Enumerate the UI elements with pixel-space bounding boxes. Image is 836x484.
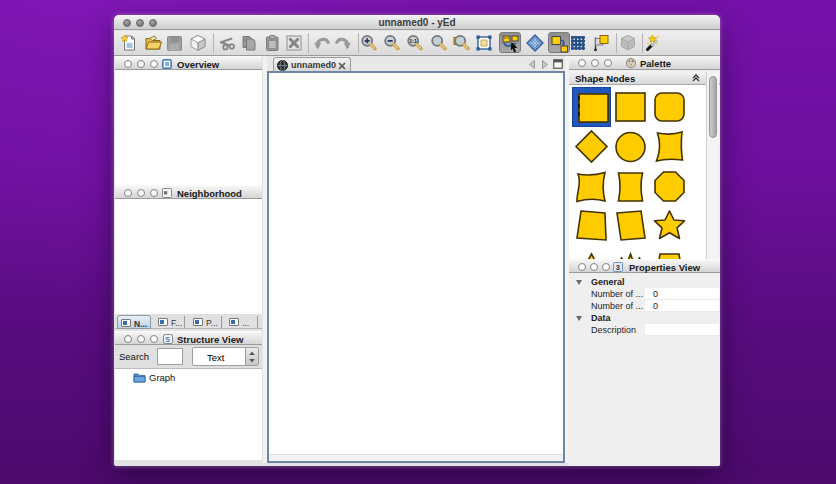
svg-text:3: 3 <box>616 263 620 272</box>
svg-text:1:1: 1:1 <box>409 38 417 44</box>
svg-text:S: S <box>165 336 170 343</box>
